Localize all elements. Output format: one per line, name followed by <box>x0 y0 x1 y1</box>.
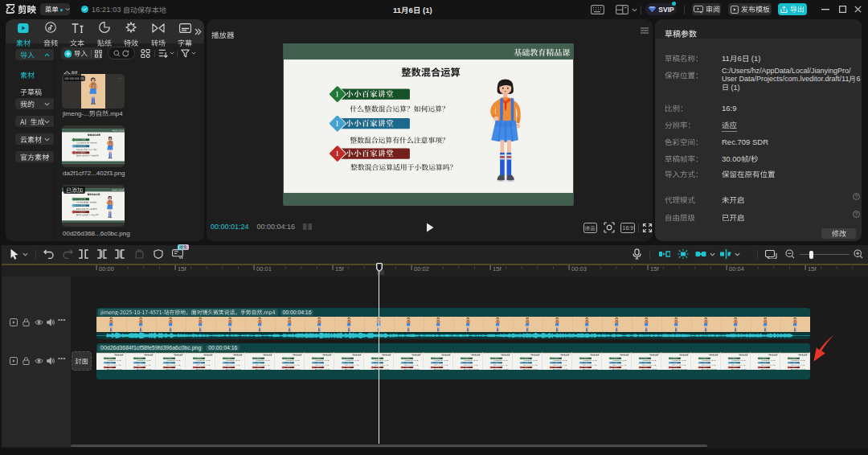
svg-text:16:9: 16:9 <box>623 225 634 231</box>
svg-text:00:00: 00:00 <box>99 265 114 273</box>
svg-text:00:04: 00:04 <box>729 265 744 273</box>
svg-text:15f: 15f <box>650 265 659 273</box>
svg-text:15f: 15f <box>808 265 817 273</box>
svg-text:15f: 15f <box>335 265 344 273</box>
svg-text:00:02: 00:02 <box>414 265 429 273</box>
svg-text:15f: 15f <box>178 265 186 273</box>
svg-text:15f: 15f <box>493 265 502 273</box>
svg-text:00:01: 00:01 <box>256 265 272 273</box>
svg-text:00:03: 00:03 <box>571 265 587 273</box>
